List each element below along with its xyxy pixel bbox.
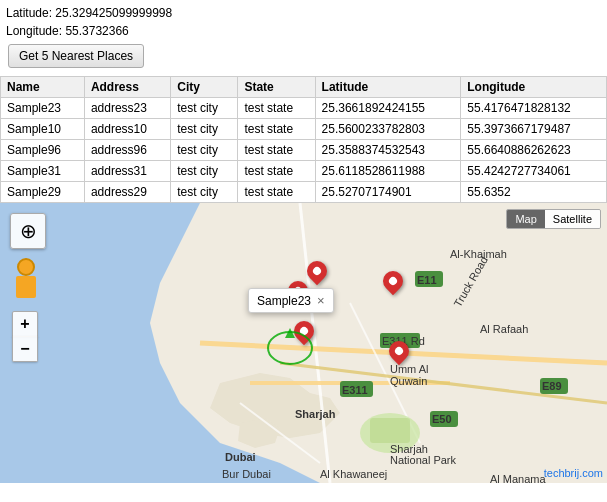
longitude-text: Longitude: 55.3732366	[6, 22, 601, 40]
map-type-map[interactable]: Map	[507, 210, 544, 228]
table-cell: 55.4176471828132	[461, 98, 607, 119]
table-cell: 25.3661892424155	[315, 98, 461, 119]
table-row: Sample10address10test citytest state25.5…	[1, 119, 607, 140]
col-latitude: Latitude	[315, 77, 461, 98]
pegman-body	[16, 276, 36, 298]
table-row: Sample96address96test citytest state25.3…	[1, 140, 607, 161]
col-address: Address	[84, 77, 170, 98]
table-cell: 25.3588374532543	[315, 140, 461, 161]
col-longitude: Longitude	[461, 77, 607, 98]
table-cell: test city	[171, 140, 238, 161]
table-cell: Sample10	[1, 119, 85, 140]
table-cell: test city	[171, 119, 238, 140]
street-view-control[interactable]	[12, 258, 40, 302]
get-places-button[interactable]: Get 5 Nearest Places	[8, 44, 144, 68]
table-cell: Sample23	[1, 98, 85, 119]
col-name: Name	[1, 77, 85, 98]
svg-text:Dubai: Dubai	[225, 451, 256, 463]
table-cell: 25.6118528611988	[315, 161, 461, 182]
col-city: City	[171, 77, 238, 98]
table-cell: address23	[84, 98, 170, 119]
data-table: Name Address City State Latitude Longitu…	[0, 76, 607, 203]
table-cell: test state	[238, 161, 315, 182]
table-row: Sample29address29test citytest state25.5…	[1, 182, 607, 203]
svg-text:Al Khawaneej: Al Khawaneej	[320, 468, 387, 480]
table-cell: Sample31	[1, 161, 85, 182]
latitude-text: Latitude: 25.329425099999998	[6, 4, 601, 22]
table-cell: address10	[84, 119, 170, 140]
pegman-head	[17, 258, 35, 276]
table-cell: test city	[171, 98, 238, 119]
watermark: techbrij.com	[544, 467, 603, 479]
col-state: State	[238, 77, 315, 98]
table-cell: test city	[171, 182, 238, 203]
table-cell: address96	[84, 140, 170, 161]
info-panel: Latitude: 25.329425099999998 Longitude: …	[0, 0, 607, 76]
svg-text:National Park: National Park	[390, 454, 457, 466]
pan-control[interactable]: ⊕	[10, 213, 46, 249]
svg-text:Al Rafaah: Al Rafaah	[480, 323, 528, 335]
table-cell: 55.6640886262623	[461, 140, 607, 161]
zoom-in-button[interactable]: +	[12, 311, 38, 337]
table-cell: address31	[84, 161, 170, 182]
svg-text:Sharjah: Sharjah	[295, 408, 336, 420]
table-cell: 55.6352	[461, 182, 607, 203]
svg-text:Umm Al: Umm Al	[390, 363, 429, 375]
svg-text:Al Manama: Al Manama	[490, 473, 547, 483]
table-cell: 55.3973667179487	[461, 119, 607, 140]
table-cell: 55.4242727734061	[461, 161, 607, 182]
svg-text:Quwain: Quwain	[390, 375, 427, 387]
svg-text:E311: E311	[342, 384, 368, 396]
svg-rect-11	[370, 418, 410, 443]
pan-icon: ⊕	[20, 219, 37, 243]
svg-text:E89: E89	[542, 380, 562, 392]
svg-text:E50: E50	[432, 413, 452, 425]
map-tooltip: Sample23 ×	[248, 288, 334, 313]
tooltip-close[interactable]: ×	[317, 293, 325, 308]
table-row: Sample31address31test citytest state25.6…	[1, 161, 607, 182]
table-cell: test state	[238, 98, 315, 119]
map-type-controls: Map Satellite	[506, 209, 601, 229]
map-type-satellite[interactable]: Satellite	[545, 210, 600, 228]
table-cell: Sample29	[1, 182, 85, 203]
table-cell: Sample96	[1, 140, 85, 161]
svg-text:Bur Dubai: Bur Dubai	[222, 468, 271, 480]
table-cell: 25.5600233782803	[315, 119, 461, 140]
table-cell: test state	[238, 119, 315, 140]
zoom-out-button[interactable]: −	[12, 336, 38, 362]
map-container: Al-Khaimah Al Rafaah Umm Al Quwain Sharj…	[0, 203, 607, 483]
table-cell: test city	[171, 161, 238, 182]
table-cell: address29	[84, 182, 170, 203]
svg-text:E11: E11	[417, 274, 437, 286]
table-cell: test state	[238, 140, 315, 161]
tooltip-label: Sample23	[257, 294, 311, 308]
table-cell: test state	[238, 182, 315, 203]
table-row: Sample23address23test citytest state25.3…	[1, 98, 607, 119]
table-cell: 25.52707174901	[315, 182, 461, 203]
